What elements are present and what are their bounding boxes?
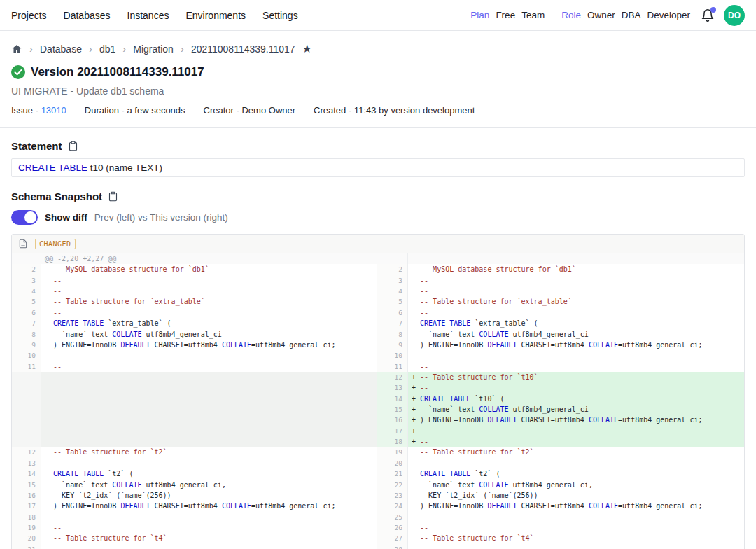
diff-line-number: 24 xyxy=(377,501,408,511)
diff-line-number xyxy=(12,382,41,393)
role-owner-link[interactable]: Owner xyxy=(587,10,615,20)
diff-line-number: 15 xyxy=(377,404,408,415)
breadcrumb-separator: › xyxy=(181,43,184,55)
diff-line-number: 19 xyxy=(377,447,408,457)
diff-code-line: -- xyxy=(408,275,744,286)
diff-code-line xyxy=(41,372,377,382)
diff-line-number: 23 xyxy=(377,490,408,501)
diff-line-number: 14 xyxy=(12,468,41,479)
diff-line-number: 10 xyxy=(12,350,41,361)
diff-code-line: + -- xyxy=(408,436,744,447)
home-icon[interactable] xyxy=(11,43,22,55)
diff-code-line: KEY `t2_idx` (`name`(256)) xyxy=(408,490,744,501)
breadcrumb-version[interactable]: 20211008114339.11017 xyxy=(191,43,295,55)
diff-line-number: 7 xyxy=(12,318,41,328)
plan-upgrade-link[interactable]: Team xyxy=(522,10,545,20)
notification-bell-icon[interactable] xyxy=(701,8,715,22)
diff-code-line: -- xyxy=(408,307,744,318)
diff-code-line: + `name` text COLLATE utf8mb4_general_ci xyxy=(408,404,744,415)
breadcrumb-db1[interactable]: db1 xyxy=(99,43,115,55)
diff-code-line: -- Table structure for `t4` xyxy=(41,533,377,543)
diff-code-line: -- xyxy=(41,361,377,372)
avatar[interactable]: DO xyxy=(724,5,745,26)
diff-code-line: KEY `t2_idx` (`name`(256)) xyxy=(41,490,377,501)
schema-snapshot-heading: Schema Snapshot xyxy=(11,190,102,202)
meta-duration: Duration - a few seconds xyxy=(85,105,186,116)
diff-line-number: 3 xyxy=(12,275,41,286)
diff-line-number: 3 xyxy=(377,275,408,286)
meta-issue-label: Issue - xyxy=(11,105,41,116)
diff-line-number xyxy=(377,253,408,264)
breadcrumb: › Database › db1 › Migration › 202110081… xyxy=(0,31,756,55)
diff-line-number: 16 xyxy=(377,415,408,425)
diff-code-line xyxy=(41,426,377,436)
toggle-knob xyxy=(24,211,36,223)
diff-code-line: CREATE TABLE `t2` ( xyxy=(408,468,744,479)
diff-code-line: CREATE TABLE `extra_table` ( xyxy=(41,318,377,328)
diff-code-line: `name` text COLLATE utf8mb4_general_ci, xyxy=(408,480,744,490)
diff-line-number: 12 xyxy=(377,372,408,382)
nav-item-environments[interactable]: Environments xyxy=(186,10,246,21)
diff-code-line: `name` text COLLATE utf8mb4_general_ci xyxy=(408,329,744,340)
diff-code-line: + ) ENGINE=InnoDB DEFAULT CHARSET=utf8mb… xyxy=(408,415,744,425)
diff-code-line: -- xyxy=(408,458,744,468)
plan-label: Plan xyxy=(470,10,489,20)
nav-item-settings[interactable]: Settings xyxy=(262,10,298,21)
diff-direction-hint: Prev (left) vs This version (right) xyxy=(94,212,228,223)
diff-code-line: ) ENGINE=InnoDB DEFAULT CHARSET=utf8mb4 … xyxy=(408,340,744,350)
breadcrumb-database[interactable]: Database xyxy=(40,43,82,55)
diff-line-number: 14 xyxy=(377,394,408,404)
nav-item-projects[interactable]: Projects xyxy=(11,10,47,21)
bookmark-star-icon[interactable]: ★ xyxy=(302,42,312,55)
diff-code-line: -- xyxy=(408,522,744,533)
diff-line-number: 4 xyxy=(12,286,41,296)
account-area: Plan Free Team Role Owner DBA Developer … xyxy=(470,5,745,26)
meta-created: Created - 11:43 by version development xyxy=(314,105,475,116)
diff-code-line: -- Table structure for `t2` xyxy=(41,447,377,457)
diff-line-number: 18 xyxy=(12,512,41,522)
diff-line-number xyxy=(12,404,41,415)
diff-line-number: 17 xyxy=(377,426,408,436)
top-nav: Projects Databases Instances Environment… xyxy=(0,0,756,31)
diff-header: CHANGED xyxy=(12,235,744,253)
copy-statement-icon[interactable] xyxy=(68,141,78,151)
diff-line-number: 8 xyxy=(377,329,408,340)
version-title-row: Version 20211008114339.11017 xyxy=(11,65,745,79)
breadcrumb-separator: › xyxy=(122,43,126,55)
statement-sql: CREATE TABLE t10 (name TEXT) xyxy=(11,158,745,177)
notification-dot xyxy=(710,7,716,13)
diff-code-line: -- xyxy=(41,544,377,549)
diff-line-number: 18 xyxy=(377,436,408,447)
copy-schema-icon[interactable] xyxy=(108,191,118,202)
diff-code-line: -- xyxy=(41,275,377,286)
diff-code-line: + CREATE TABLE `t10` ( xyxy=(408,394,744,404)
diff-code-line: -- xyxy=(408,286,744,296)
nav-item-databases[interactable]: Databases xyxy=(64,10,111,21)
breadcrumb-separator: › xyxy=(29,43,33,55)
role-label: Role xyxy=(561,10,581,20)
show-diff-toggle[interactable] xyxy=(11,210,38,225)
diff-code-line xyxy=(408,512,744,522)
diff-code-line: -- xyxy=(41,458,377,468)
diff-line-number xyxy=(12,415,41,425)
diff-code-line: -- xyxy=(41,522,377,533)
meta-creator: Creator - Demo Owner xyxy=(204,105,295,116)
diff-code-line: `name` text COLLATE utf8mb4_general_ci, xyxy=(41,480,377,490)
diff-line-number xyxy=(12,436,41,447)
diff-line-number xyxy=(12,372,41,382)
diff-line-number: 2 xyxy=(12,264,41,274)
diff-code-line: -- xyxy=(41,307,377,318)
breadcrumb-migration[interactable]: Migration xyxy=(133,43,174,55)
issue-link[interactable]: 13010 xyxy=(41,105,66,116)
diff-line-number: 20 xyxy=(377,458,408,468)
diff-code-line: ) ENGINE=InnoDB DEFAULT CHARSET=utf8mb4 … xyxy=(408,501,744,511)
diff-line-number: 6 xyxy=(12,307,41,318)
diff-code-line: -- Table structure for `extra_table` xyxy=(408,296,744,307)
nav-item-instances[interactable]: Instances xyxy=(127,10,169,21)
diff-line-number: 6 xyxy=(377,307,408,318)
diff-line-number: 22 xyxy=(377,480,408,490)
diff-line-number: 2 xyxy=(377,264,408,274)
diff-line-number: 19 xyxy=(12,522,41,533)
diff-code-line xyxy=(408,253,744,264)
success-check-icon xyxy=(11,65,25,79)
